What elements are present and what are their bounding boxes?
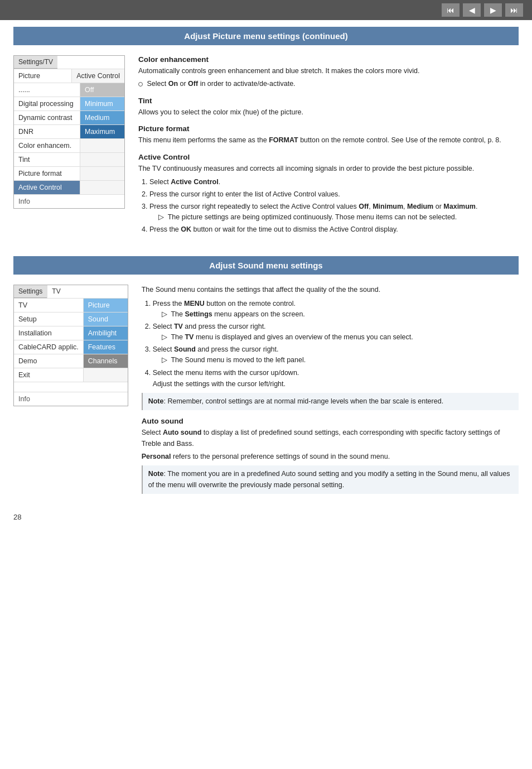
menu-value-tint (80, 153, 124, 166)
menu-value-activecontrol-empty (80, 181, 124, 194)
section1-content-row: Settings/TV Picture Active Control .....… (13, 55, 519, 238)
menu-label-color: Color enhancem. (14, 139, 80, 152)
menu-row-activecontrol: Active Control (14, 181, 124, 195)
circle-bullet-icon (138, 82, 143, 86)
section2-info: Info (14, 392, 128, 406)
section2-menu-title-value: TV (47, 285, 127, 298)
nav-last-button[interactable]: ⏭ (505, 3, 523, 17)
section2-row-demo: Demo Channels (14, 354, 128, 368)
note1-text: : Remember, control settings are at norm… (163, 397, 443, 405)
bold-medium: Medium (407, 203, 433, 210)
menu-value-picformat (80, 167, 124, 180)
section2-menu-panel: Settings TV TV Picture Setup Sound Insta… (13, 285, 128, 406)
bold-auto-sound: Auto sound (163, 429, 201, 436)
section2-step1: Press the MENU button on the remote cont… (153, 298, 519, 320)
active-control-steps: Select Active Control. Press the cursor … (138, 176, 519, 235)
bold-maximum: Maximum (443, 203, 476, 210)
auto-sound-p2: Personal refers to the personal preferen… (142, 451, 519, 462)
note2-label: Note (148, 470, 164, 478)
menu-row-dynamic: Dynamic contrast Medium (14, 111, 124, 125)
menu-label-tint: Tint (14, 153, 80, 166)
bold-personal: Personal (142, 453, 171, 460)
menu-row-color: Color enhancem. (14, 139, 124, 153)
menu-label-digital: Digital processing (14, 97, 80, 110)
section2-label-cablecard: CableCARD applic. (14, 340, 83, 354)
note2-box: Note: The moment you are in a predefined… (142, 465, 519, 494)
menu-value-medium: Medium (80, 111, 124, 124)
tint-p1: Allows you to select the color mix (hue)… (138, 107, 519, 118)
step3: Press the cursor right repeatedly to sel… (149, 201, 519, 223)
picture-format-title: Picture format (138, 124, 519, 133)
bold-ok: OK (181, 225, 191, 233)
menu-row-picture: Picture Active Control (14, 69, 124, 83)
menu-label-picformat: Picture format (14, 167, 80, 180)
menu-row-picformat: Picture format (14, 167, 124, 181)
section2-wrapper: Adjust Sound menu settings Settings TV T… (0, 249, 532, 508)
bold-on: On (168, 80, 178, 88)
section1-info: Info (14, 195, 124, 208)
section2-row-cablecard: CableCARD applic. Features (14, 340, 128, 354)
top-navigation: ⏮ ◀ ▶ ⏭ (0, 0, 532, 20)
section2-value-channels: Channels (83, 354, 128, 368)
nav-next-button[interactable]: ▶ (484, 3, 502, 17)
page-number: 28 (0, 508, 532, 526)
section2-steps: Press the MENU button on the remote cont… (142, 298, 519, 390)
bold-off2: Off (359, 203, 369, 210)
bold-sound: Sound (174, 345, 196, 353)
auto-sound-title: Auto sound (142, 417, 519, 425)
section2-value-sound: Sound (83, 313, 128, 326)
section2-header: Adjust Sound menu settings (13, 256, 519, 275)
section2-step2-bullet: ▷ The TV menu is displayed and gives an … (153, 332, 519, 343)
menu-row-dots: ...... Off (14, 83, 124, 97)
section2-step4: Select the menu items with the cursor up… (153, 367, 519, 390)
bold-activecontrol-step1: Active Control (171, 178, 218, 186)
bold-format: FORMAT (269, 136, 298, 144)
menu-value-maximum: Maximum (80, 125, 124, 138)
menu-label-picture: Picture (14, 69, 71, 83)
step1: Select Active Control. (149, 176, 519, 188)
active-control-title: Active Control (138, 153, 519, 161)
menu-label-activecontrol: Active Control (14, 181, 80, 194)
color-enhancement-p2: Select On or Off in order to activate/de… (138, 79, 519, 89)
step4: Press the OK button or wait for the time… (149, 224, 519, 235)
section1-header: Adjust Picture menu settings (continued) (13, 27, 519, 45)
section2-label-installation: Installation (14, 326, 83, 340)
section2-value-features: Features (83, 340, 128, 354)
section2-step2: Select TV and press the cursor right. ▷ … (153, 321, 519, 343)
section2-row-setup: Setup Sound (14, 313, 128, 326)
menu-value-off: Off (80, 83, 124, 97)
active-control-p1: The TV continuously measures and correct… (138, 164, 519, 174)
section2-row-tv: TV Picture (14, 299, 128, 313)
menu-label-dnr: DNR (14, 125, 80, 138)
section2-menu-spacer (14, 382, 128, 392)
section2-step3-bullet: ▷ The Sound menu is moved to the left pa… (153, 355, 519, 366)
menu-label-dynamic: Dynamic contrast (14, 111, 80, 124)
section2-row-exit: Exit (14, 368, 128, 382)
menu-panel-settings-label: Settings/TV (14, 56, 57, 69)
section2-row-installation: Installation Ambilight (14, 326, 128, 340)
menu-row-dnr: DNR Maximum (14, 125, 124, 139)
bold-menu: MENU (184, 300, 205, 307)
menu-row-digital: Digital processing Minimum (14, 97, 124, 111)
bold-off: Off (188, 80, 198, 88)
section2-label-demo: Demo (14, 354, 83, 368)
color-enhancement-title: Color enhancement (138, 55, 519, 64)
nav-first-button[interactable]: ⏮ (442, 3, 460, 17)
section2-step3: Select Sound and press the cursor right.… (153, 344, 519, 366)
section2-menu-title-row: Settings TV (14, 285, 128, 299)
auto-sound-p1: Select Auto sound to display a list of p… (142, 427, 519, 449)
section2-value-ambilight: Ambilight (83, 326, 128, 340)
bold-minimum: Minimum (373, 203, 403, 210)
menu-value-color (80, 139, 124, 152)
section2-label-tv: TV (14, 299, 83, 312)
section2-text-content: The Sound menu contains the settings tha… (142, 285, 519, 497)
note1-box: Note: Remember, control settings are at … (142, 393, 519, 410)
section2-label-setup: Setup (14, 313, 83, 326)
menu-value-active-control: Active Control (71, 69, 124, 83)
picture-format-p1: This menu item performs the same as the … (138, 135, 519, 146)
step3-bullet: ▷ The picture settings are being optimiz… (149, 212, 519, 223)
section2-content-row: Settings TV TV Picture Setup Sound Insta… (13, 285, 519, 497)
step2: Press the cursor right to enter the list… (149, 189, 519, 200)
nav-prev-button[interactable]: ◀ (463, 3, 481, 17)
section2-value-picture: Picture (83, 299, 128, 312)
